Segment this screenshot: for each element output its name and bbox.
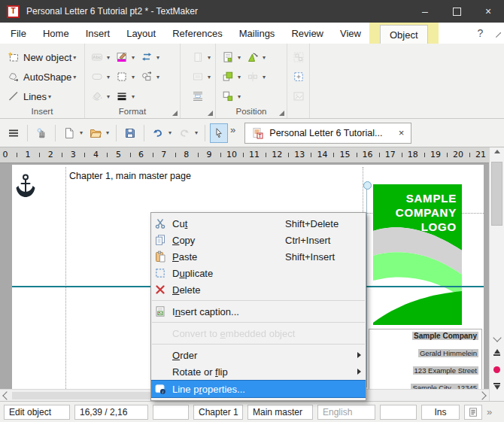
fill-color-dropdown-icon[interactable]: ▾ [132,54,135,61]
rotate-object-dropdown-icon[interactable]: ▾ [263,54,266,61]
scroll-up-button[interactable] [490,150,504,153]
address-frame[interactable]: Sample Company Gerald Himmelein 123 Exam… [369,329,482,390]
context-menu-item-insert-caption[interactable]: Insert caption... [151,303,366,320]
anchor-page-icon[interactable] [219,48,237,66]
undo-button[interactable] [149,123,167,143]
text-style-icon[interactable]: Abc [88,48,106,66]
text-style-dropdown-icon[interactable]: ▾ [107,54,110,61]
context-menu-item-line-properties[interactable]: iLine properties... [151,380,366,398]
tab-object[interactable]: Object [380,25,428,44]
bring-forward-icon[interactable] [219,68,237,86]
open-folder-dropdown-icon[interactable]: ▾ [106,129,109,136]
fill-bucket-dropdown-icon[interactable]: ▾ [107,93,110,100]
frame-page-dropdown-icon[interactable]: ▾ [208,54,211,61]
toolbar-overflow-icon[interactable]: » [230,124,235,135]
group-objects-icon[interactable] [290,48,308,66]
scroll-left-icon[interactable] [2,391,11,399]
vertical-scrollbar[interactable] [489,147,504,401]
save-button[interactable] [121,123,139,143]
status-insert-mode[interactable]: Ins [421,405,460,420]
ribbon-tab-references[interactable]: References [164,23,230,44]
ribbon-tab-view[interactable]: View [332,23,369,44]
document-tab[interactable]: T Personal Letter 6 Tutorial... × [244,123,411,144]
minimize-button[interactable]: – [409,0,441,23]
select-pointer-button[interactable] [210,123,228,143]
ribbon-tab-file[interactable]: File [2,23,35,44]
autoshape-dropdown-icon[interactable]: ▾ [73,74,76,80]
ribbon-tab-home[interactable]: Home [35,23,77,44]
redo-dropdown-icon[interactable]: ▾ [195,129,198,136]
line-arrows-dropdown-icon[interactable]: ▾ [156,54,159,61]
context-menu-item-order[interactable]: Order [151,347,366,363]
rounded-rect-icon[interactable] [88,68,106,86]
new-object-icon[interactable] [5,48,23,66]
company-logo-image[interactable]: SAMPLE COMPANY LOGO [373,184,462,325]
line-arrows-icon[interactable] [138,48,156,66]
new-document-dropdown-icon[interactable]: ▾ [80,129,83,136]
anchor-icon[interactable] [15,173,36,203]
previous-page-button[interactable] [490,349,504,357]
lines-dropdown-icon[interactable]: ▾ [48,93,51,100]
new-document-button[interactable] [60,123,78,143]
ribbon-tab-layout[interactable]: Layout [118,23,164,44]
line-weight-dropdown-icon[interactable]: ▾ [132,93,135,100]
context-menu-item-copy[interactable]: CopyCtrl+Insert [151,232,366,248]
dialog-launcher-icon[interactable] [172,111,178,116]
new-object-dropdown-icon[interactable]: ▾ [73,54,76,61]
change-shape-dropdown-icon[interactable]: ▾ [156,74,159,80]
anchor-page-dropdown-icon[interactable]: ▾ [238,54,241,61]
document-tab-close-icon[interactable]: × [399,127,405,138]
vertical-scrollbar-thumb[interactable] [491,162,502,226]
frame-page-icon[interactable] [189,48,207,66]
bring-forward-dropdown-icon[interactable]: ▾ [238,74,241,80]
pan-hand-button[interactable] [32,123,50,143]
change-shape-icon[interactable] [138,68,156,86]
rotate-object-icon[interactable] [244,48,262,66]
fill-bucket-icon[interactable] [88,87,106,105]
fill-color-icon[interactable] [113,48,131,66]
status-mode[interactable]: Edit object [4,405,70,420]
scroll-right-icon[interactable] [478,391,486,399]
collapse-ribbon-icon[interactable] [496,32,501,37]
open-folder-button[interactable] [87,123,105,143]
duplicate-object-icon[interactable] [290,68,308,86]
context-menu-item-convert-to-embedded-object[interactable]: Convert to embedded object [151,325,366,342]
rounded-rect-dropdown-icon[interactable]: ▾ [107,74,110,80]
ribbon-tab-review[interactable]: Review [283,23,332,44]
dialog-launcher-icon[interactable] [208,111,213,116]
text-wrap-icon[interactable] [189,87,207,105]
send-backward-dropdown-icon[interactable]: ▾ [238,93,241,100]
ribbon-tab-mailings[interactable]: Mailings [231,23,284,44]
scroll-down-button[interactable] [490,335,504,341]
line-weight-icon[interactable] [113,87,131,105]
status-extra[interactable] [380,405,417,420]
dialog-launcher-icon[interactable] [279,111,284,116]
maximize-button[interactable] [441,0,472,23]
align-objects-dropdown-icon[interactable]: ▾ [263,74,266,80]
redo-button[interactable] [175,123,193,143]
frame-picture-icon[interactable] [290,87,308,105]
frame-lines-dropdown-icon[interactable]: ▾ [208,74,211,80]
context-menu-item-rotate-or-flip[interactable]: Rotate or flip [151,363,366,380]
browse-object-button[interactable] [490,366,504,373]
context-menu-item-cut[interactable]: CutShift+Delete [151,215,366,232]
help-button[interactable]: ? [478,27,484,39]
frame-lines-icon[interactable] [189,68,207,86]
status-info[interactable] [153,405,189,420]
view-mode-button[interactable] [464,405,482,420]
context-menu-item-duplicate[interactable]: Duplicate [151,265,366,281]
status-master-page[interactable]: Main master [247,405,313,420]
border-select-icon[interactable] [113,68,131,86]
statusbar-overflow-icon[interactable]: » [487,406,492,417]
undo-dropdown-icon[interactable]: ▾ [169,129,172,136]
border-select-dropdown-icon[interactable]: ▾ [132,74,135,80]
send-backward-icon[interactable] [219,87,237,105]
autoshape-icon[interactable] [5,68,23,86]
status-cursor-position[interactable]: 16,39 / 2,16 [74,405,148,420]
selection-handle[interactable] [363,181,372,190]
lines-icon[interactable] [5,87,23,105]
main-menu-button[interactable] [5,123,23,143]
align-objects-icon[interactable] [244,68,262,86]
title-bar[interactable]: T Personal Letter 6 Tutorial pt2 * - Tex… [0,0,504,23]
close-button[interactable]: × [472,0,504,23]
